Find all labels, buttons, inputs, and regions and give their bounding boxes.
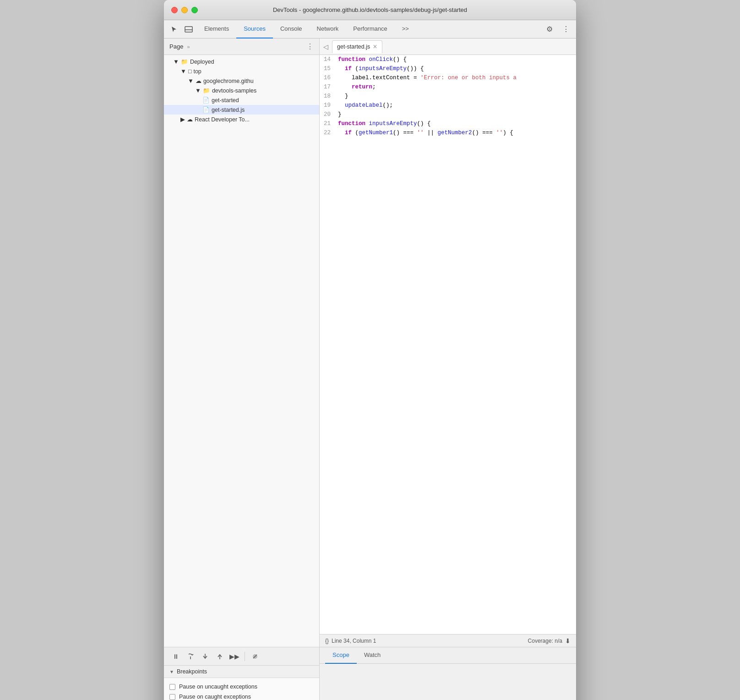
devtools-window: DevTools - googlechrome.github.io/devtoo… bbox=[164, 0, 576, 700]
code-line-17: 17 return; bbox=[320, 82, 576, 92]
coverage-label: Coverage: n/a bbox=[528, 638, 562, 644]
pause-caught-label: Pause on caught exceptions bbox=[179, 694, 251, 700]
scope-tab[interactable]: Scope bbox=[325, 647, 357, 664]
code-area[interactable]: 14 function onClick() { 15 if (inputsAre… bbox=[320, 55, 576, 634]
close-button[interactable] bbox=[171, 7, 178, 13]
window-title: DevTools - googlechrome.github.io/devtoo… bbox=[171, 6, 569, 13]
pause-uncaught-item[interactable]: Pause on uncaught exceptions bbox=[169, 682, 314, 692]
curly-braces-icon: {} bbox=[325, 638, 329, 644]
breakpoints-header[interactable]: ▼ Breakpoints bbox=[164, 666, 319, 678]
settings-icon[interactable]: ⚙ bbox=[543, 23, 556, 36]
code-line-16: 16 label.textContent = 'Error: one or bo… bbox=[320, 73, 576, 82]
line-content: } bbox=[336, 92, 576, 101]
pause-caught-item[interactable]: Pause on caught exceptions bbox=[169, 692, 314, 700]
toolbar-divider bbox=[245, 652, 245, 661]
code-line-20: 20 } bbox=[320, 110, 576, 119]
svg-rect-0 bbox=[185, 27, 192, 32]
arrow-right-icon: ▶ bbox=[180, 116, 185, 123]
scope-tabs: Scope Watch bbox=[320, 647, 576, 664]
breakpoints-section: ▼ Breakpoints Pause on uncaught exceptio… bbox=[164, 666, 319, 700]
line-number: 19 bbox=[320, 101, 336, 110]
debugger-scroll[interactable]: ▼ Breakpoints Pause on uncaught exceptio… bbox=[164, 666, 319, 700]
watch-tab[interactable]: Watch bbox=[357, 647, 388, 664]
coverage-icon[interactable]: ⬇ bbox=[565, 637, 571, 645]
tab-sources[interactable]: Sources bbox=[236, 20, 273, 38]
editor-tab-get-started-js[interactable]: get-started.js ✕ bbox=[332, 40, 382, 53]
step-out-button[interactable] bbox=[213, 651, 226, 662]
continue-button[interactable]: ▶▶ bbox=[228, 651, 241, 662]
cloud-icon: ☁ bbox=[196, 77, 201, 84]
tree-item-top[interactable]: ▼ □ top bbox=[164, 66, 319, 76]
line-number: 15 bbox=[320, 64, 336, 73]
code-editor-panel: ◁ get-started.js ✕ 14 function onClick()… bbox=[320, 38, 576, 647]
pause-uncaught-label: Pause on uncaught exceptions bbox=[179, 684, 257, 690]
tree-item-label: get-started bbox=[212, 97, 239, 104]
line-content: function inputsAreEmpty() { bbox=[336, 119, 576, 128]
pause-uncaught-checkbox[interactable] bbox=[169, 684, 175, 690]
line-number: 20 bbox=[320, 110, 336, 119]
tabbar: Elements Sources Console Network Perform… bbox=[164, 20, 576, 38]
minimize-button[interactable] bbox=[181, 7, 188, 13]
tree-item-label: devtools-samples bbox=[212, 88, 256, 94]
cursor-position: Line 34, Column 1 bbox=[332, 638, 376, 644]
scope-content: Not paused bbox=[320, 664, 576, 700]
main-content: Page » ⋮ ▼ 📁 Deployed ▼ □ top bbox=[164, 38, 576, 647]
tab-network[interactable]: Network bbox=[310, 20, 346, 38]
file-tree: ▼ 📁 Deployed ▼ □ top ▼ ☁ googlechrome.gi… bbox=[164, 55, 319, 647]
tree-item-get-started-js[interactable]: 📄 get-started.js bbox=[164, 105, 319, 115]
editor-tabs: ◁ get-started.js ✕ bbox=[320, 38, 576, 55]
tree-item-label: React Developer To... bbox=[195, 116, 250, 123]
tree-item-get-started[interactable]: 📄 get-started bbox=[164, 95, 319, 105]
maximize-button[interactable] bbox=[191, 7, 198, 13]
breakpoints-content: Pause on uncaught exceptions Pause on ca… bbox=[164, 678, 319, 700]
arrow-down-icon: ▼ bbox=[188, 77, 194, 84]
debugger-toolbar: ⏸ bbox=[164, 647, 319, 666]
tree-item-deployed[interactable]: ▼ 📁 Deployed bbox=[164, 57, 319, 66]
tree-item-googlechrome[interactable]: ▼ ☁ googlechrome.githu bbox=[164, 76, 319, 86]
tree-item-label: Deployed bbox=[190, 59, 214, 65]
arrow-down-icon: ▼ bbox=[180, 68, 186, 75]
debugger-panel: ⏸ bbox=[164, 647, 320, 700]
js-file-icon: 📄 bbox=[202, 106, 210, 113]
code-line-14: 14 function onClick() { bbox=[320, 55, 576, 64]
tree-item-react[interactable]: ▶ ☁ React Developer To... bbox=[164, 115, 319, 124]
page-panel-header: Page » ⋮ bbox=[164, 38, 319, 55]
line-number: 22 bbox=[320, 128, 336, 137]
step-over-button[interactable] bbox=[184, 651, 197, 662]
line-content: } bbox=[336, 110, 576, 119]
folder-icon: □ bbox=[188, 68, 192, 75]
pause-caught-checkbox[interactable] bbox=[169, 694, 175, 700]
arrow-down-icon: ▼ bbox=[195, 87, 201, 94]
panel-menu-icon[interactable]: ⋮ bbox=[306, 43, 314, 50]
line-number: 17 bbox=[320, 82, 336, 92]
step-into-button[interactable] bbox=[199, 651, 212, 662]
close-tab-icon[interactable]: ✕ bbox=[373, 44, 377, 50]
tab-elements[interactable]: Elements bbox=[197, 20, 236, 38]
cursor-icon[interactable] bbox=[168, 23, 180, 36]
editor-tab-label: get-started.js bbox=[337, 44, 370, 50]
arrow-down-icon: ▼ bbox=[173, 58, 179, 65]
tree-item-label: get-started.js bbox=[212, 107, 245, 113]
tree-item-devtools-samples[interactable]: ▼ 📁 devtools-samples bbox=[164, 86, 319, 95]
line-number: 14 bbox=[320, 55, 336, 64]
toggle-drawer-icon[interactable] bbox=[182, 23, 195, 36]
folder-icon: 📁 bbox=[181, 58, 188, 65]
breakpoints-title: Breakpoints bbox=[177, 668, 207, 675]
tab-console[interactable]: Console bbox=[273, 20, 310, 38]
tab-more[interactable]: >> bbox=[395, 20, 416, 38]
scope-panel: Scope Watch Not paused bbox=[320, 647, 576, 700]
deactivate-breakpoints-button[interactable] bbox=[249, 651, 261, 662]
tab-performance[interactable]: Performance bbox=[346, 20, 394, 38]
more-options-icon[interactable]: ⋮ bbox=[560, 23, 572, 36]
pause-button[interactable]: ⏸ bbox=[169, 651, 182, 662]
page-label: Page bbox=[169, 43, 183, 50]
line-number: 18 bbox=[320, 92, 336, 101]
page-more[interactable]: » bbox=[187, 44, 190, 49]
titlebar: DevTools - googlechrome.github.io/devtoo… bbox=[164, 0, 576, 20]
arrow-down-icon: ▼ bbox=[169, 669, 174, 674]
file-icon: 📄 bbox=[202, 97, 210, 104]
back-icon[interactable]: ◁ bbox=[323, 43, 328, 50]
cloud-icon: ☁ bbox=[187, 116, 193, 123]
line-number: 21 bbox=[320, 119, 336, 128]
traffic-lights bbox=[171, 7, 198, 13]
